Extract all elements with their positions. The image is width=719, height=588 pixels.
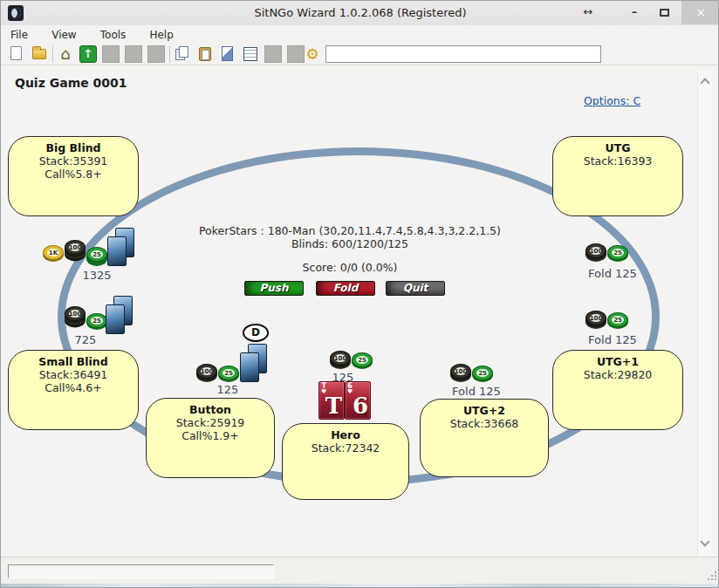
- vertical-scrollbar[interactable]: [697, 71, 712, 556]
- page-glyph: [10, 46, 22, 60]
- seat-name: UTG: [553, 141, 682, 154]
- disabled-icon-2: [125, 45, 142, 63]
- settings-gear-icon[interactable]: ⚙: [304, 45, 321, 63]
- seat-stack: Stack:35391: [9, 154, 138, 168]
- card-backs-big-blind: [107, 228, 135, 268]
- menu-file[interactable]: File: [1, 26, 38, 44]
- resize-grip[interactable]: [706, 570, 716, 580]
- page-title: Quiz Game 0001: [15, 76, 127, 90]
- card-backs-button: [240, 344, 268, 384]
- bet-chips-button: 100 25: [196, 364, 240, 380]
- progress-indicator: [8, 564, 274, 578]
- maximize-button[interactable]: [652, 1, 676, 24]
- pan-resize-icon[interactable]: ↔: [577, 1, 599, 24]
- bet-chips-hero: 100 25: [330, 351, 373, 367]
- chip-1k-icon: 1K: [43, 245, 64, 260]
- seat-hero[interactable]: Hero Stack:72342: [282, 423, 409, 500]
- status-bar: [1, 557, 719, 584]
- seat-stack: Stack:29820: [553, 368, 682, 381]
- chip-25-icon: 25: [352, 352, 373, 367]
- bet-chips-utg: 100 25: [585, 243, 629, 260]
- seat-name: UTG+2: [421, 404, 548, 417]
- copy-icon[interactable]: [174, 45, 191, 63]
- hero-cards: T♥ T 6♥ 6: [318, 381, 371, 420]
- app-window: SitNGo Wizard 1.0.2.068 (Registered) ↔ –…: [0, 0, 719, 588]
- grid-glyph: [243, 47, 257, 61]
- tournament-structure: PokerStars : 180-Man (30,20,11.4,7.4,5.8…: [106, 224, 594, 237]
- main-content: Quiz Game 0001 Options: C Big Blind Stac…: [1, 65, 719, 557]
- chip-100-icon: 100: [65, 306, 86, 321]
- blue-page-glyph: [222, 46, 233, 61]
- maximize-icon: [660, 9, 669, 17]
- blinds-info: Blinds: 600/1200/125: [106, 237, 594, 250]
- game-selector-combobox[interactable]: [325, 45, 601, 63]
- paste-icon[interactable]: [196, 45, 214, 63]
- seat-utg2[interactable]: UTG+2 Stack:33668: [420, 399, 549, 477]
- chip-25-icon: 25: [472, 366, 493, 380]
- seat-call: Call%4.6+: [9, 381, 138, 394]
- window-title: SitNGo Wizard 1.0.2.068 (Registered): [1, 1, 719, 25]
- disabled-icon-4: [264, 45, 282, 63]
- bet-amount: 1325: [58, 269, 136, 282]
- dealer-button-icon: D: [243, 324, 269, 342]
- menu-tools[interactable]: Tools: [91, 26, 136, 44]
- menu-view[interactable]: View: [42, 26, 86, 44]
- scroll-up-icon[interactable]: [700, 78, 709, 87]
- seat-big-blind[interactable]: Big Blind Stack:35391 Call%5.8+: [8, 136, 139, 216]
- chip-100-icon: 100: [65, 240, 86, 255]
- scroll-down-icon[interactable]: [700, 537, 709, 546]
- upload-icon[interactable]: ↑: [79, 45, 97, 63]
- seat-button[interactable]: Button Stack:25919 Call%1.9+: [146, 398, 275, 478]
- title-bar: SitNGo Wizard 1.0.2.068 (Registered) ↔ –…: [1, 1, 719, 25]
- fold-label: Fold 125: [573, 267, 652, 280]
- chip-25-icon: 25: [86, 313, 107, 328]
- bet-chips-big-blind: 1K 100 25: [43, 240, 108, 262]
- seat-name: Hero: [283, 428, 408, 441]
- seat-stack: Stack:33668: [421, 417, 548, 430]
- chip-25-icon: 25: [86, 247, 107, 262]
- disabled-icon-1: [102, 45, 120, 63]
- home-icon[interactable]: ⌂: [57, 45, 74, 63]
- bet-chips-small-blind: 100 25: [65, 306, 108, 328]
- chip-100-icon: 100: [330, 351, 351, 366]
- taskbar-sliver: [1, 584, 719, 588]
- new-file-icon[interactable]: [8, 45, 25, 63]
- card-back-icon: [106, 304, 125, 334]
- disabled-icon-5: [287, 45, 305, 63]
- seat-utg[interactable]: UTG Stack:16393: [552, 136, 683, 216]
- card-backs-small-blind: [106, 296, 134, 336]
- hero-card-ten-hearts: T♥ T: [318, 381, 345, 420]
- calculator-icon[interactable]: [242, 45, 259, 63]
- minimize-button[interactable]: –: [622, 1, 647, 24]
- seat-call: Call%5.8+: [9, 168, 138, 181]
- score-text: Score: 0/0 (0.0%): [106, 261, 594, 274]
- menu-help[interactable]: Help: [140, 26, 182, 44]
- bet-amount: 125: [188, 383, 267, 396]
- seat-stack: Stack:25919: [147, 416, 274, 429]
- disabled-icon-3: [147, 45, 165, 63]
- seat-call: Call%1.9+: [147, 429, 274, 442]
- seat-stack: Stack:36491: [9, 368, 138, 381]
- fold-label: Fold 125: [437, 385, 516, 398]
- chip-100-icon: 100: [196, 364, 217, 379]
- toolbar: ⌂ ↑ ⚙: [1, 43, 719, 65]
- tournament-info: PokerStars : 180-Man (30,20,11.4,7.4,5.8…: [106, 224, 594, 250]
- seat-stack: Stack:72342: [283, 441, 408, 455]
- chip-100-icon: 100: [450, 364, 471, 379]
- close-button[interactable]: ×: [681, 1, 719, 24]
- seat-utg1[interactable]: UTG+1 Stack:29820: [552, 350, 683, 430]
- push-button[interactable]: Push: [244, 281, 304, 296]
- copy-front-glyph: [179, 46, 188, 58]
- fold-label: Fold 125: [573, 333, 652, 346]
- menu-bar: File View Tools Help: [1, 25, 719, 43]
- quit-button[interactable]: Quit: [386, 281, 445, 296]
- card-back-icon: [240, 352, 259, 382]
- open-folder-icon[interactable]: [31, 45, 48, 63]
- seat-name: Big Blind: [9, 141, 138, 154]
- fold-button[interactable]: Fold: [316, 281, 375, 296]
- seat-small-blind[interactable]: Small Blind Stack:36491 Call%4.6+: [8, 350, 139, 430]
- options-link[interactable]: Options: C: [584, 94, 640, 107]
- chip-100-icon: 100: [585, 311, 606, 325]
- seat-name: UTG+1: [553, 355, 682, 368]
- report-page-icon[interactable]: [219, 45, 236, 63]
